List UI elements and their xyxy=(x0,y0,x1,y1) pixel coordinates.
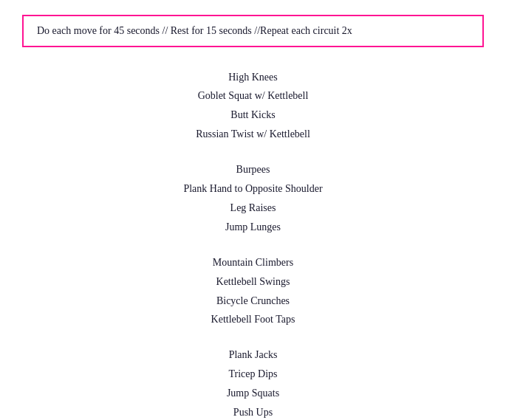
exercise-item: Kettlebell Foot Taps xyxy=(211,310,295,329)
exercise-item: Russian Twist w/ Kettlebell xyxy=(196,125,310,144)
exercise-item: Leg Raises xyxy=(183,199,322,218)
exercise-item: Goblet Squat w/ Kettlebell xyxy=(196,86,310,106)
exercise-item: Butt Kicks xyxy=(196,106,310,125)
instruction-box: Do each move for 45 seconds // Rest for … xyxy=(22,15,484,47)
exercise-item: Mountain Climbers xyxy=(211,253,295,272)
exercise-item: Kettlebell Swings xyxy=(211,272,295,292)
exercise-item: High Knees xyxy=(196,68,310,87)
circuit-2: BurpeesPlank Hand to Opposite ShoulderLe… xyxy=(183,160,322,237)
circuit-1: High KneesGoblet Squat w/ KettlebellButt… xyxy=(196,68,310,145)
exercise-item: Bicycle Crunches xyxy=(211,292,295,311)
workout-container: High KneesGoblet Squat w/ KettlebellButt… xyxy=(22,68,484,420)
instruction-text: Do each move for 45 seconds // Rest for … xyxy=(37,25,352,36)
exercise-item: Jump Squats xyxy=(227,384,279,403)
exercise-item: Burpees xyxy=(183,160,322,179)
circuit-3: Mountain ClimbersKettlebell SwingsBicycl… xyxy=(211,253,295,330)
exercise-item: Push Ups xyxy=(227,403,279,420)
exercise-item: Tricep Dips xyxy=(227,365,279,384)
exercise-item: Plank Hand to Opposite Shoulder xyxy=(183,179,322,199)
exercise-item: Plank Jacks xyxy=(227,345,279,365)
exercise-item: Jump Lunges xyxy=(183,218,322,237)
circuit-4: Plank JacksTricep DipsJump SquatsPush Up… xyxy=(227,345,279,420)
